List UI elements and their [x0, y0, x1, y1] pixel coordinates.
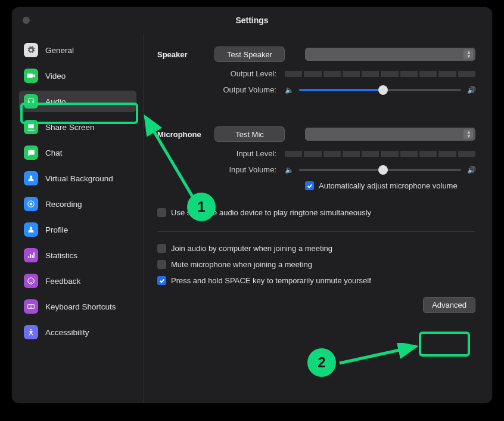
auto-adjust-checkbox[interactable]	[305, 181, 314, 190]
share-icon	[24, 120, 38, 134]
sidebar-item-label: Accessibility	[45, 328, 89, 337]
volume-high-icon: 🔊	[467, 86, 475, 94]
divider	[157, 231, 475, 232]
advanced-button[interactable]: Advanced	[423, 297, 475, 313]
sidebar-item-share-screen[interactable]: Share Screen	[19, 116, 136, 138]
mic-device-dropdown[interactable]: ▲▼	[305, 128, 475, 141]
sidebar: GeneralVideoAudioShare ScreenChatVirtual…	[12, 33, 144, 403]
svg-rect-6	[27, 305, 35, 309]
output-volume-slider[interactable]	[299, 89, 461, 91]
sidebar-item-label: Statistics	[45, 251, 77, 260]
svg-point-1	[30, 203, 33, 206]
svg-point-4	[30, 280, 30, 280]
titlebar: Settings	[12, 7, 492, 33]
ringtone-checkbox[interactable]	[157, 208, 166, 217]
sidebar-item-label: Profile	[45, 225, 68, 234]
output-level-label: Output Level:	[157, 69, 285, 78]
volume-low-icon: 🔈	[285, 166, 293, 174]
space-unmute-row: Press and hold SPACE key to temporarily …	[157, 276, 475, 285]
ringtone-row: Use separate audio device to play ringto…	[157, 208, 475, 217]
svg-point-7	[30, 329, 32, 330]
mic-heading: Microphone	[157, 130, 214, 139]
space-unmute-checkbox[interactable]	[157, 276, 166, 285]
sidebar-item-virtual-background[interactable]: Virtual Background	[19, 168, 136, 189]
sidebar-item-profile[interactable]: Profile	[19, 219, 136, 240]
sidebar-item-keyboard-shortcuts[interactable]: Keyboard Shortcuts	[19, 296, 136, 317]
input-level-label: Input Level:	[157, 149, 285, 158]
mute-join-label: Mute microphone when joining a meeting	[171, 260, 312, 269]
stats-icon	[24, 248, 38, 262]
sidebar-item-label: Keyboard Shortcuts	[45, 302, 116, 311]
input-volume-slider[interactable]	[299, 169, 461, 171]
svg-point-3	[28, 278, 35, 284]
close-dot[interactable]	[23, 17, 30, 24]
sidebar-item-feedback[interactable]: Feedback	[19, 270, 136, 292]
volume-low-icon: 🔈	[285, 86, 293, 94]
access-icon	[24, 325, 38, 339]
speaker-heading: Speaker	[157, 50, 214, 59]
sidebar-item-accessibility[interactable]: Accessibility	[19, 321, 136, 343]
record-icon	[24, 197, 38, 211]
sidebar-item-audio[interactable]: Audio	[19, 91, 136, 112]
auto-adjust-label: Automatically adjust microphone volume	[319, 181, 458, 190]
sidebar-item-video[interactable]: Video	[19, 65, 136, 86]
window-body: GeneralVideoAudioShare ScreenChatVirtual…	[12, 33, 492, 403]
input-level-meter	[285, 151, 475, 157]
profile-icon	[24, 222, 38, 237]
video-icon	[24, 69, 38, 83]
input-volume-label: Input Volume:	[157, 165, 285, 174]
output-volume-row: Output Volume: 🔈 🔊	[157, 85, 475, 94]
output-volume-label: Output Volume:	[157, 85, 285, 94]
sidebar-item-recording[interactable]: Recording	[19, 193, 136, 215]
sidebar-item-label: General	[45, 46, 74, 55]
sidebar-item-label: Feedback	[45, 277, 80, 286]
join-audio-row: Join audio by computer when joining a me…	[157, 244, 475, 253]
mute-join-checkbox[interactable]	[157, 260, 166, 269]
sidebar-item-label: Chat	[45, 148, 63, 157]
sidebar-item-chat[interactable]: Chat	[19, 142, 136, 163]
svg-point-5	[32, 280, 32, 280]
auto-adjust-row: Automatically adjust microphone volume	[305, 181, 475, 190]
traffic-lights	[23, 17, 30, 24]
output-level-meter	[285, 71, 475, 77]
sidebar-item-label: Share Screen	[45, 123, 95, 132]
gear-icon	[24, 43, 38, 57]
headphones-icon	[24, 94, 38, 109]
input-volume-row: Input Volume: 🔈 🔊	[157, 165, 475, 174]
input-level-row: Input Level:	[157, 149, 475, 158]
face-icon	[24, 274, 38, 288]
mute-join-row: Mute microphone when joining a meeting	[157, 260, 475, 269]
join-audio-checkbox[interactable]	[157, 244, 166, 253]
sidebar-item-label: Video	[45, 72, 66, 81]
test-mic-button[interactable]: Test Mic	[214, 126, 285, 142]
settings-window: Settings GeneralVideoAudioShare ScreenCh…	[12, 7, 492, 403]
window-title: Settings	[12, 16, 492, 25]
chat-icon	[24, 146, 38, 160]
join-audio-label: Join audio by computer when joining a me…	[171, 244, 332, 253]
keyboard-icon	[24, 299, 38, 314]
mic-row: Microphone Test Mic ▲▼	[157, 126, 475, 142]
sidebar-item-label: Virtual Background	[45, 174, 113, 183]
sidebar-item-statistics[interactable]: Statistics	[19, 244, 136, 266]
test-speaker-button[interactable]: Test Speaker	[214, 47, 285, 62]
sidebar-item-label: Recording	[45, 200, 82, 209]
space-unmute-label: Press and hold SPACE key to temporarily …	[171, 276, 371, 285]
output-level-row: Output Level:	[157, 69, 475, 78]
sidebar-item-general[interactable]: General	[19, 39, 136, 61]
speaker-row: Speaker Test Speaker ▲▼	[157, 47, 475, 62]
input-volume-control: 🔈 🔊	[285, 166, 475, 174]
sidebar-item-label: Audio	[45, 97, 66, 106]
volume-high-icon: 🔊	[467, 166, 475, 174]
ringtone-label: Use separate audio device to play ringto…	[171, 208, 371, 217]
content-pane: Speaker Test Speaker ▲▼ Output Level: Ou…	[144, 33, 492, 403]
svg-point-2	[30, 227, 33, 230]
person-icon	[24, 171, 38, 185]
speaker-device-dropdown[interactable]: ▲▼	[305, 48, 475, 61]
output-volume-control: 🔈 🔊	[285, 86, 475, 94]
